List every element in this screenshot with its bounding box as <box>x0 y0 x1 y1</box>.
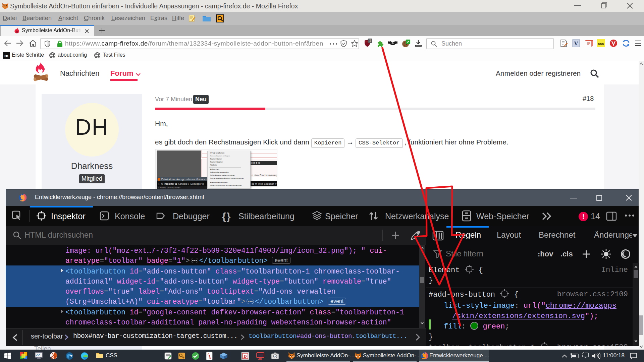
svg-text:1: 1 <box>369 39 371 43</box>
svg-text:V: V <box>574 40 578 47</box>
svg-text:A: A <box>208 353 209 355</box>
svg-text:css: css <box>598 42 604 46</box>
svg-text:m: m <box>4 53 9 58</box>
svg-text:A: A <box>209 357 211 359</box>
svg-text:D: D <box>244 354 247 359</box>
